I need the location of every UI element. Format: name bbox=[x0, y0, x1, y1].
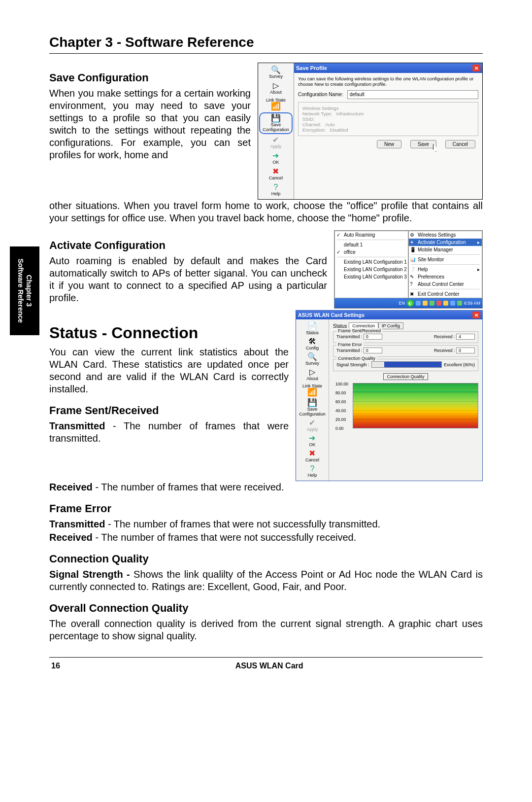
help-icon: ? bbox=[310, 465, 315, 473]
paragraph: Signal Strength - Shows the link qualilt… bbox=[49, 568, 483, 593]
ok-button[interactable]: ➜OK bbox=[271, 151, 280, 166]
apply-button[interactable]: ✔Apply bbox=[306, 418, 319, 433]
product-name: ASUS WLAN Card bbox=[235, 662, 303, 670]
save-button[interactable]: Save bbox=[410, 140, 436, 148]
help-icon: ? bbox=[274, 183, 278, 191]
language-indicator[interactable]: EN bbox=[399, 301, 405, 306]
tray-icon[interactable] bbox=[450, 301, 455, 306]
menu-item-office[interactable]: ✓office bbox=[335, 248, 408, 256]
tray-icon[interactable] bbox=[457, 301, 462, 306]
menu-item-lan2[interactable]: Existing LAN Configuration 2 bbox=[335, 266, 408, 273]
menu-item-preferences[interactable]: ✎Preferences bbox=[409, 273, 482, 280]
tray-icon[interactable] bbox=[443, 301, 448, 306]
tray-icon[interactable] bbox=[430, 301, 434, 306]
help-button[interactable]: ?Help bbox=[270, 182, 282, 197]
divider bbox=[49, 657, 483, 658]
about-button[interactable]: ▷About bbox=[269, 81, 283, 96]
menu-item-activate-configuration[interactable]: ✴Activate Configuration▸ bbox=[409, 239, 482, 246]
save-configuration-button[interactable]: 💾Save Configuration bbox=[259, 112, 293, 134]
menu-item-lan3[interactable]: Existing LAN Configuration 3 bbox=[335, 273, 408, 280]
heading-activate-configuration: Activate Configuration bbox=[49, 239, 327, 252]
page-number: 16 bbox=[51, 662, 60, 670]
apply-icon: ✔ bbox=[272, 136, 279, 144]
heading-overall-connection-quality: Overall Connection Quality bbox=[49, 602, 483, 615]
tray-icon[interactable] bbox=[436, 301, 441, 306]
figure-wlan-status-window: ASUS WLAN Card Settings ✕ 📄Status 🛠Confi… bbox=[296, 310, 483, 481]
chart-title: Connection Quality bbox=[383, 373, 428, 380]
close-button[interactable]: ✕ bbox=[472, 65, 480, 71]
page-footer: 16 ASUS WLAN Card . bbox=[49, 662, 483, 670]
heading-save-configuration: Save Configuration bbox=[49, 71, 251, 84]
link-state-icon: 📶 bbox=[271, 103, 281, 110]
cancel-button[interactable]: ✖Cancel bbox=[268, 167, 284, 181]
survey-icon: 🔍 bbox=[307, 353, 317, 361]
menu-item-about[interactable]: ?About Control Center bbox=[409, 280, 482, 288]
exit-icon: ✖ bbox=[410, 291, 414, 297]
right-main-menu: ⚙Wireless Settings ✴Activate Configurati… bbox=[408, 231, 482, 298]
signal-strength-bar bbox=[371, 361, 442, 368]
config-name-label: Configuration Name: bbox=[298, 92, 343, 97]
save-configuration-button[interactable]: 💾Save Configuration bbox=[297, 398, 328, 418]
menu-item-mobile-manager[interactable]: 📱Mobile Manager bbox=[409, 246, 482, 253]
close-button[interactable]: ✕ bbox=[472, 312, 480, 318]
signal-strength-value: Excellent (80%) bbox=[444, 362, 475, 367]
group-frame-error: Frame Error Transmitted : 0 Received : 0 bbox=[333, 345, 478, 357]
paragraph: Transmitted - The number of frames that … bbox=[49, 518, 483, 530]
menu-item-auto-roaming[interactable]: ✓Auto Roaming bbox=[335, 231, 408, 239]
paragraph: Received - The number of frames that wer… bbox=[49, 481, 483, 493]
tray-icon[interactable] bbox=[423, 301, 428, 306]
status-button[interactable]: 📄Status bbox=[305, 321, 320, 336]
heading-connection-quality: Connection Quality bbox=[49, 553, 483, 565]
sidebar-icon-column: 🔍Survey ▷About Link State📶 💾Save Configu… bbox=[258, 63, 294, 199]
config-name-input[interactable] bbox=[347, 90, 478, 99]
start-button-icon[interactable]: ◐ bbox=[407, 300, 414, 307]
config-button[interactable]: 🛠Config bbox=[305, 337, 320, 351]
help-icon: ❔ bbox=[410, 267, 416, 272]
info-icon: ? bbox=[410, 281, 413, 287]
sidebar-icon-column: 📄Status 🛠Config 🔍Survey ▷About Link Stat… bbox=[296, 319, 329, 481]
link-state-label: Link State📶 bbox=[265, 97, 287, 111]
gear-icon: ⚙ bbox=[410, 232, 414, 238]
star-icon: ✴ bbox=[410, 240, 414, 245]
monitor-icon: 📊 bbox=[410, 257, 416, 262]
menu-item-lan1[interactable]: Existing LAN Configuration 1 bbox=[335, 258, 408, 266]
prefs-icon: ✎ bbox=[410, 274, 414, 279]
menu-item-help[interactable]: ❔Help▸ bbox=[409, 266, 482, 273]
cancel-icon: ✖ bbox=[272, 168, 279, 175]
about-icon: ▷ bbox=[273, 82, 279, 90]
figure-save-profile-dialog: 🔍Survey ▷About Link State📶 💾Save Configu… bbox=[258, 63, 483, 200]
menu-item-default1[interactable]: default 1 bbox=[335, 241, 408, 248]
chevron-right-icon: ▸ bbox=[477, 267, 480, 272]
paragraph: You can view the current link statistics… bbox=[49, 346, 289, 395]
window-titlebar: ASUS WLAN Card Settings ✕ bbox=[296, 311, 482, 319]
group-frame-sent-received: Frame Sent/Received Transmitted : 0 Rece… bbox=[333, 331, 478, 343]
menu-item-exit[interactable]: ✖Exit Control Center bbox=[409, 290, 482, 298]
link-state-icon: 📶 bbox=[307, 388, 317, 396]
dialog-title: Save Profile bbox=[296, 65, 327, 71]
ok-icon: ➜ bbox=[309, 434, 315, 442]
paragraph: When you make settings for a certain wor… bbox=[49, 87, 251, 161]
paragraph: Received - The number of frames that wer… bbox=[49, 531, 483, 544]
paragraph: Transmitted - The number of frames that … bbox=[49, 420, 289, 445]
cancel-button[interactable]: ✖Cancel bbox=[304, 449, 320, 463]
survey-button[interactable]: 🔍Survey bbox=[268, 65, 284, 80]
menu-item-site-monitor[interactable]: 📊Site Monitor bbox=[409, 256, 482, 263]
link-state-label: Link State📶 bbox=[301, 383, 323, 397]
clock: 6:59 AM bbox=[464, 301, 480, 306]
menu-item-wireless-settings[interactable]: ⚙Wireless Settings bbox=[409, 231, 482, 239]
apply-button[interactable]: ✔Apply bbox=[269, 135, 283, 150]
save-icon: 💾 bbox=[307, 399, 317, 407]
ok-button[interactable]: ➜OK bbox=[308, 433, 316, 448]
survey-button[interactable]: 🔍Survey bbox=[304, 352, 320, 367]
help-button[interactable]: ?Help bbox=[307, 464, 318, 479]
about-button[interactable]: ▷About bbox=[305, 367, 319, 382]
err-transmitted-value: 0 bbox=[364, 348, 382, 353]
tray-icon[interactable] bbox=[416, 301, 421, 306]
received-value: 4 bbox=[456, 334, 475, 340]
connection-quality-chart: 100.00 80.00 60.00 40.00 20.00 0.00 bbox=[353, 383, 478, 428]
divider bbox=[49, 53, 483, 54]
cancel-button[interactable]: Cancel bbox=[445, 140, 475, 148]
paragraph: The overall connection quality is derive… bbox=[49, 618, 483, 642]
new-button[interactable]: New bbox=[377, 140, 401, 148]
window-title: ASUS WLAN Card Settings bbox=[298, 312, 365, 318]
